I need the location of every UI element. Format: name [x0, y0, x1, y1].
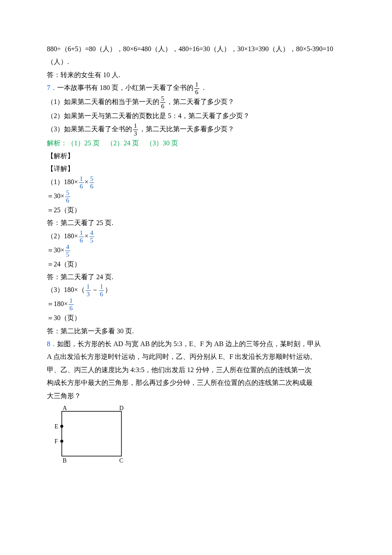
q7-sub1: （1）如果第二天看的相当于第一天的56，第二天看了多少页？ [47, 95, 345, 110]
s1a: （1）180× [47, 178, 78, 185]
svg-point-1 [61, 425, 63, 428]
step-3-ans: 答：第二比第一天多看 30 页. [47, 325, 345, 338]
analysis-line: 解析：（1）25 页 （2）24 页 （3）30 页 [47, 137, 345, 150]
label-D: D [119, 405, 124, 411]
frac-1-3-b: 13 [85, 283, 92, 298]
frac-1-6-b: 16 [78, 176, 85, 190]
s2a: （2）180× [47, 232, 78, 240]
step-2-line2: ＝30×45 [47, 244, 345, 258]
question-8-line2: A 点出发沿长方形逆时针运动，与此同时，乙、丙分别从 E、F 出发沿长方形顺时针… [47, 350, 345, 363]
frac-5-6-b: 56 [89, 176, 95, 190]
q7-text-b: ． [200, 84, 207, 91]
frac-5-6: 56 [159, 95, 166, 110]
s1b: × [85, 178, 89, 185]
xiangjie-label: 【详解】 [47, 162, 345, 175]
frac-1-6: 16 [193, 81, 200, 95]
q7-sub3: （3）如果第二天看了全书的13，第二天比第一天多看多少页？ [47, 123, 345, 137]
s1c: ＝30× [47, 192, 64, 199]
question-8-line3: 甲、乙、丙三人的速度比为 4:3:5，他们出发后 12 分钟，三人所在位置的点的… [47, 364, 345, 376]
q7-text-a: 一本故事书有 180 页，小红第一天看了全书的 [57, 84, 193, 91]
question-8-line1: 8．如图，长方形的长 AD 与宽 AB 的比为 5:3，E、F 为 AB 边上的… [47, 338, 345, 350]
s2b: × [85, 232, 89, 240]
q7-1b: ，第二天看了多少页？ [166, 98, 234, 105]
svg-point-2 [61, 440, 63, 443]
s3d: ＝180× [47, 300, 68, 307]
step-1-ans: 答：第二天看了 25 页. [47, 217, 345, 229]
jiexi-label: 【解析】 [47, 150, 345, 162]
rectangle-diagram: A D E F B C [47, 405, 345, 465]
question-8-line4: 构成长方形中最大的三角形，那么再过多少分钟，三人所在位置的点的连线第二次构成最 [47, 376, 345, 389]
step-2-line3: ＝24（页） [47, 258, 345, 271]
frac-1-6-e: 16 [98, 283, 105, 298]
frac-1-3: 13 [132, 123, 139, 137]
step-3-line1: （3）180×（13－16） [47, 283, 345, 298]
s3c: ） [105, 286, 112, 293]
analysis-label: 解析：（1）25 页 （2）24 页 （3）30 页 [47, 139, 178, 147]
svg-rect-0 [62, 411, 121, 456]
label-E: E [55, 423, 58, 430]
q7-number: 7． [47, 84, 57, 91]
calc-line: 880÷（6+5）=80（人），80×6=480（人），480÷16=30（人）… [47, 43, 345, 69]
q8-number: 8． [47, 340, 57, 347]
step-3-line3: ＝30（页） [47, 312, 345, 324]
frac-1-6-f: 16 [68, 298, 75, 312]
step-1-line1: （1）180×16×56 [47, 176, 345, 190]
frac-4-5: 45 [89, 230, 95, 244]
question-8-line5: 大三角形？ [47, 390, 345, 402]
q7-1a: （1）如果第二天看的相当于第一天的 [47, 98, 159, 105]
step-1-line2: ＝30×56 [47, 190, 345, 204]
frac-1-6-d: 16 [78, 230, 85, 244]
q8-1: 如图，长方形的长 AD 与宽 AB 的比为 5:3，E、F 为 AB 边上的三等… [57, 340, 321, 347]
page: 880÷（6+5）=80（人），80×6=480（人），480÷16=30（人）… [0, 0, 392, 555]
q7-3a: （3）如果第二天看了全书的 [47, 125, 132, 133]
s2c: ＝30× [47, 246, 64, 254]
q7-sub2: （2）如果第一天与第二天看的页数比是 5：4，第二天看了多少页？ [47, 110, 345, 122]
s3b: － [92, 286, 98, 293]
label-C: C [119, 457, 123, 464]
step-2-line1: （2）180×16×45 [47, 230, 345, 244]
step-2-ans: 答：第二天看了 24 页. [47, 271, 345, 283]
label-A: A [63, 405, 67, 411]
s3a: （3）180×（ [47, 286, 85, 293]
answer-line: 答：转来的女生有 10 人. [47, 69, 345, 81]
step-3-line2: ＝180×16 [47, 298, 345, 312]
question-7: 7．一本故事书有 180 页，小红第一天看了全书的16． [47, 81, 345, 95]
label-B: B [63, 457, 66, 464]
frac-4-5-b: 45 [64, 244, 71, 258]
frac-5-6-c: 56 [64, 190, 71, 204]
q7-3b: ，第二天比第一天多看多少页？ [139, 125, 234, 133]
step-1-line3: ＝25（页） [47, 204, 345, 217]
label-F: F [55, 438, 58, 445]
